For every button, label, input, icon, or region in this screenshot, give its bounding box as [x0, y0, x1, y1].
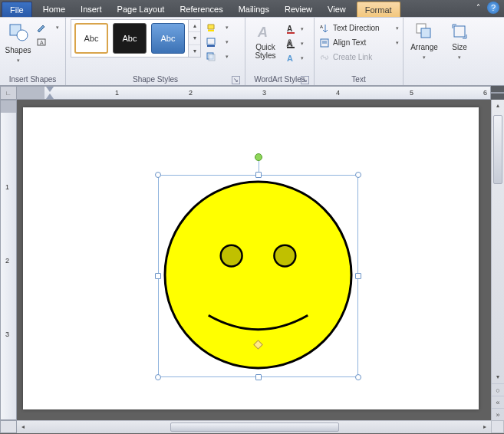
- shapes-icon: [8, 21, 29, 44]
- shape-fill-button[interactable]: ▾: [204, 21, 230, 34]
- help-button[interactable]: ?: [487, 2, 499, 14]
- tab-view[interactable]: View: [320, 2, 354, 17]
- text-direction-label: Text Direction: [333, 24, 380, 32]
- scroll-up[interactable]: ▴: [492, 100, 504, 112]
- resize-handle-tr[interactable]: [355, 172, 361, 178]
- tab-references[interactable]: References: [172, 2, 230, 17]
- resize-handle-tl[interactable]: [155, 172, 161, 178]
- svg-point-1: [17, 30, 28, 41]
- text-fill-button[interactable]: A▾: [284, 22, 305, 35]
- size-icon: [450, 21, 469, 41]
- next-page[interactable]: »: [492, 408, 504, 420]
- tab-mailings[interactable]: Mailings: [231, 2, 277, 17]
- tab-page-layout[interactable]: Page Layout: [110, 2, 173, 17]
- scrollbar-horizontal[interactable]: ◂ ▸: [17, 420, 491, 433]
- style-preset-2[interactable]: Abc: [113, 23, 147, 54]
- ruler-row: ∟ 1 2 3 4 5 6: [0, 86, 504, 100]
- group-shape-styles: Abc Abc Abc ▴ ▾ ▾ ▾ ▾ ▾ Shape Styles↘: [66, 18, 245, 85]
- group-insert-shapes: Shapes ▾ ▾ A Insert Shapes: [0, 18, 66, 85]
- tab-file[interactable]: File: [2, 2, 32, 17]
- create-link-label: Create Link: [333, 53, 372, 61]
- page[interactable]: [23, 107, 479, 409]
- create-link-button: Create Link: [319, 51, 399, 64]
- arrange-icon: [414, 21, 434, 41]
- size-button[interactable]: Size ▾: [443, 19, 476, 61]
- group-label-text: Text: [319, 74, 398, 85]
- scroll-down[interactable]: ▾: [492, 371, 504, 383]
- svg-rect-4: [208, 30, 214, 31]
- text-outline-button[interactable]: A▾: [284, 37, 305, 50]
- svg-rect-20: [421, 28, 430, 38]
- selected-shape[interactable]: [158, 175, 358, 377]
- group-text: A Text Direction▾ Align Text▾ Create Lin…: [315, 18, 404, 85]
- gallery-down[interactable]: ▾: [189, 32, 200, 44]
- scrollbar-vertical[interactable]: ▴ ▾ ○ « »: [491, 100, 504, 420]
- arrange-button[interactable]: Arrange ▾: [408, 19, 440, 61]
- rotation-handle[interactable]: [255, 153, 262, 161]
- size-label: Size: [452, 43, 466, 51]
- gallery-scroll: ▴ ▾ ▾: [189, 19, 201, 58]
- shape-style-gallery[interactable]: Abc Abc Abc: [71, 19, 189, 58]
- edit-shape-button[interactable]: ▾: [35, 21, 61, 34]
- resize-handle-l[interactable]: [155, 273, 161, 279]
- svg-text:A: A: [287, 54, 293, 63]
- ruler-vertical[interactable]: 1 2 3: [0, 100, 17, 420]
- text-direction-button[interactable]: A Text Direction▾: [319, 21, 399, 35]
- hanging-indent[interactable]: [46, 94, 54, 99]
- tab-format[interactable]: Format: [357, 2, 400, 17]
- quick-styles-button[interactable]: A Quick Styles: [250, 21, 281, 60]
- svg-rect-8: [209, 54, 215, 61]
- wordart-icon: A: [256, 23, 275, 41]
- svg-rect-5: [207, 38, 215, 44]
- group-label-wordart: WordArt Styles↘: [250, 74, 309, 85]
- first-line-indent[interactable]: [46, 87, 54, 92]
- ribbon: Shapes ▾ ▾ A Insert Shapes Abc Abc Abc ▴…: [0, 17, 504, 86]
- resize-handle-br[interactable]: [355, 374, 361, 380]
- scroll-thumb-v[interactable]: [493, 115, 502, 184]
- text-box-button[interactable]: A: [35, 35, 61, 48]
- browse-object[interactable]: ○: [492, 383, 504, 396]
- resize-handle-r[interactable]: [355, 273, 361, 279]
- gallery-up[interactable]: ▴: [189, 20, 200, 32]
- tab-review[interactable]: Review: [277, 2, 320, 17]
- align-text-icon: [319, 38, 330, 48]
- ruler-h-5: 5: [410, 89, 413, 97]
- resize-handle-t[interactable]: [255, 172, 262, 178]
- group-label-shape-styles: Shape Styles↘: [71, 74, 240, 85]
- group-wordart-styles: A Quick Styles A▾ A▾ A▾ WordArt Styles↘: [245, 18, 315, 85]
- ruler-horizontal[interactable]: 1 2 3 4 5 6: [17, 86, 491, 100]
- resize-handle-b[interactable]: [255, 374, 262, 380]
- resize-handle-bl[interactable]: [155, 374, 161, 380]
- scrollbar-row: ◂ ▸: [0, 420, 504, 433]
- group-label-insert-shapes: Insert Shapes: [5, 74, 61, 85]
- gallery-more[interactable]: ▾: [189, 45, 200, 57]
- shapes-gallery-button[interactable]: Shapes ▾: [5, 19, 31, 64]
- wordart-launcher[interactable]: ↘: [301, 76, 309, 84]
- style-preset-3[interactable]: Abc: [151, 23, 185, 54]
- ribbon-minimize-button[interactable]: ˄: [472, 2, 484, 14]
- shape-effects-button[interactable]: ▾: [204, 50, 230, 63]
- style-preset-1[interactable]: Abc: [74, 23, 108, 54]
- document-viewport[interactable]: [17, 100, 491, 420]
- svg-text:A: A: [40, 40, 44, 45]
- scroll-left[interactable]: ◂: [17, 421, 29, 433]
- scroll-right[interactable]: ▸: [479, 421, 491, 433]
- tab-insert[interactable]: Insert: [73, 2, 110, 17]
- shape-outline-button[interactable]: ▾: [204, 35, 230, 48]
- text-direction-icon: A: [319, 23, 330, 34]
- align-text-button[interactable]: Align Text▾: [319, 36, 399, 49]
- ruler-h-2: 2: [189, 89, 193, 97]
- scroll-thumb-h[interactable]: [170, 422, 339, 432]
- text-effects-button[interactable]: A▾: [284, 51, 305, 64]
- prev-page[interactable]: «: [492, 396, 504, 408]
- tab-home[interactable]: Home: [35, 2, 73, 17]
- ruler-v-1: 1: [5, 183, 9, 191]
- svg-text:A: A: [287, 25, 292, 33]
- group-arrange-size: Arrange ▾ Size ▾: [404, 18, 504, 85]
- tab-selector[interactable]: ∟: [0, 86, 17, 100]
- tab-bar: File Home Insert Page Layout References …: [0, 0, 504, 17]
- shape-styles-launcher[interactable]: ↘: [232, 76, 240, 84]
- ruler-h-6: 6: [483, 89, 487, 97]
- align-text-label: Align Text: [333, 38, 366, 47]
- svg-text:A: A: [257, 25, 268, 40]
